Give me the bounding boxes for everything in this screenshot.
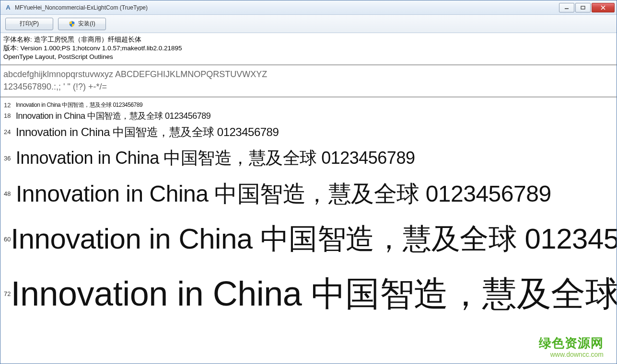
minimize-button[interactable] — [559, 3, 574, 12]
svg-rect-1 — [581, 6, 585, 9]
sample-text: Innovation in China 中国智造，慧及全球 0123456789 — [11, 220, 617, 259]
sample-size-label: 12 — [1, 102, 16, 109]
titlebar: A MFYueHei_Noncommercial-ExLightCom (Tru… — [0, 0, 617, 15]
font-viewer-window: A MFYueHei_Noncommercial-ExLightCom (Tru… — [0, 0, 617, 364]
sample-size-label: 18 — [1, 112, 16, 119]
close-button[interactable] — [592, 3, 615, 12]
sample-text: Innovation in China 中国智造，慧及全球 0123456789 — [16, 125, 279, 140]
sample-row: 72 Innovation in China 中国智造，慧及全球 0123456… — [1, 271, 616, 317]
maximize-button[interactable] — [575, 3, 591, 12]
uac-shield-icon — [69, 21, 75, 27]
sample-text: Innovation in China 中国智造，慧及全球 0123456789 — [11, 271, 617, 317]
sample-text: Innovation in China 中国智造，慧及全球 0123456789 — [16, 147, 415, 170]
sample-size-label: 60 — [1, 236, 11, 243]
sample-size-label: 48 — [1, 190, 16, 197]
sample-text: Innovation in China 中国智造，慧及全球 0123456789 — [16, 110, 210, 122]
install-button[interactable]: 安装(I) — [58, 18, 106, 30]
install-button-label: 安装(I) — [78, 20, 95, 28]
content-area: 字体名称: 造字工房悦黑（非商用）纤细超长体 版本: Version 1.000… — [0, 33, 617, 364]
charset-preview: abcdefghijklmnopqrstuvwxyz ABCDEFGHIJKLM… — [0, 65, 617, 97]
sample-row: 24 Innovation in China 中国智造，慧及全球 0123456… — [1, 125, 616, 140]
charset-alpha: abcdefghijklmnopqrstuvwxyz ABCDEFGHIJKLM… — [3, 68, 614, 80]
toolbar: 打印(P) 安装(I) — [0, 15, 617, 33]
sample-row: 12 Innovation in China 中国智造，慧及全球 0123456… — [1, 101, 616, 109]
window-controls — [559, 3, 615, 12]
size-samples: 12 Innovation in China 中国智造，慧及全球 0123456… — [0, 97, 617, 322]
sample-size-label: 24 — [1, 128, 16, 136]
app-icon: A — [4, 4, 12, 11]
sample-size-label: 72 — [1, 290, 11, 297]
sample-size-label: 36 — [1, 155, 16, 162]
sample-text: Innovation in China 中国智造，慧及全球 0123456789 — [16, 179, 551, 209]
charset-symbols: 1234567890.:,; ' " (!?) +-*/= — [3, 80, 614, 93]
sample-row: 60 Innovation in China 中国智造，慧及全球 0123456… — [1, 220, 616, 259]
sample-row: 48 Innovation in China 中国智造，慧及全球 0123456… — [1, 179, 616, 209]
sample-row: 18 Innovation in China 中国智造，慧及全球 0123456… — [1, 110, 616, 122]
print-button-label: 打印(P) — [20, 20, 39, 28]
print-button[interactable]: 打印(P) — [5, 18, 53, 30]
sample-text: Innovation in China 中国智造，慧及全球 0123456789 — [16, 101, 142, 109]
font-name-line: 字体名称: 造字工房悦黑（非商用）纤细超长体 — [3, 35, 614, 44]
sample-row: 36 Innovation in China 中国智造，慧及全球 0123456… — [1, 147, 616, 170]
font-version-line: 版本: Version 1.000;PS 1;hotconv 1.0.57;ma… — [3, 44, 614, 53]
window-title: MFYueHei_Noncommercial-ExLightCom (TrueT… — [15, 4, 559, 11]
font-metadata: 字体名称: 造字工房悦黑（非商用）纤细超长体 版本: Version 1.000… — [0, 33, 617, 65]
font-layout-line: OpenType Layout, PostScript Outlines — [3, 53, 614, 61]
